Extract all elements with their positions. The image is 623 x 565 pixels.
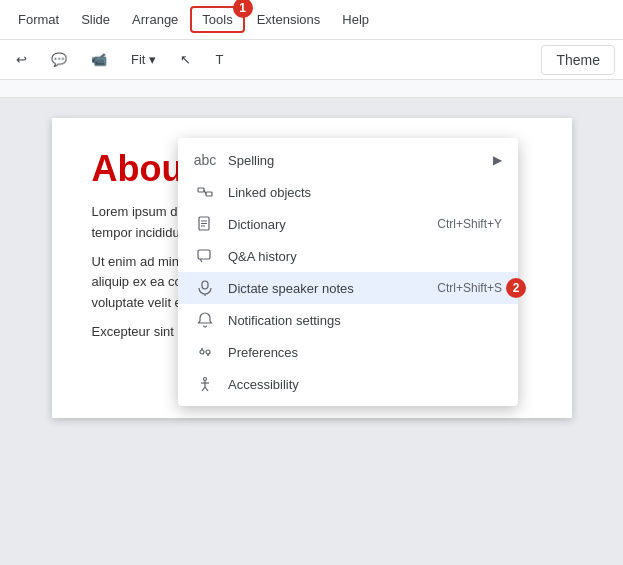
toolbar-history[interactable]: ↩ [8,48,35,71]
menu-preferences[interactable]: Preferences [178,336,518,368]
video-icon: 📹 [91,52,107,67]
svg-line-17 [202,387,205,391]
toolbar-theme[interactable]: Theme [541,45,615,75]
preferences-icon [194,344,216,360]
notification-icon [194,312,216,328]
comment-icon: 💬 [51,52,67,67]
menu-dictate-label: Dictate speaker notes [228,281,354,296]
fit-label: Fit [131,52,145,67]
menubar-tools[interactable]: Tools 1 [190,6,244,33]
svg-point-10 [200,350,204,354]
menubar-slide[interactable]: Slide [71,8,120,31]
qa-icon [194,248,216,264]
toolbar-comment[interactable]: 💬 [43,48,75,71]
menubar: Format Slide Arrange Tools 1 Extensions … [0,0,623,40]
linked-objects-icon [194,184,216,200]
dictionary-shortcut: Ctrl+Shift+Y [437,217,502,231]
dictionary-icon [194,216,216,232]
toolbar: ↩ 💬 📹 Fit ▾ ↖ T Theme [0,40,623,80]
menu-accessibility[interactable]: Accessibility [178,368,518,400]
svg-line-18 [205,387,208,391]
ruler [0,80,623,98]
menubar-arrange[interactable]: Arrange [122,8,188,31]
main-content: About Lorem ipsum dolor sit amet, consec… [0,98,623,565]
menu-notification[interactable]: Notification settings [178,304,518,336]
toolbar-cursor[interactable]: ↖ [172,48,199,71]
menubar-extensions[interactable]: Extensions [247,8,331,31]
toolbar-video[interactable]: 📹 [83,48,115,71]
menu-spelling-label: Spelling [228,153,274,168]
svg-point-11 [206,350,210,354]
menu-qa-label: Q&A history [228,249,297,264]
svg-rect-0 [198,188,204,192]
menu-dictate[interactable]: Dictate speaker notes Ctrl+Shift+S 2 [178,272,518,304]
menu-qa-history[interactable]: Q&A history [178,240,518,272]
spelling-icon: abc [194,152,216,168]
svg-rect-8 [202,281,208,289]
svg-point-14 [204,378,207,381]
menu-linked-objects[interactable]: Linked objects [178,176,518,208]
tools-dropdown: abc Spelling ▶ Linked objects [178,138,518,406]
toolbar-text[interactable]: T [207,48,231,71]
svg-rect-1 [206,192,212,196]
toolbar-fit[interactable]: Fit ▾ [123,48,164,71]
svg-rect-7 [198,250,210,259]
microphone-icon [194,280,216,296]
cursor-icon: ↖ [180,52,191,67]
dictate-badge: 2 [506,278,526,298]
accessibility-icon [194,376,216,392]
chevron-down-icon: ▾ [149,52,156,67]
history-icon: ↩ [16,52,27,67]
menubar-format[interactable]: Format [8,8,69,31]
text-icon: T [215,52,223,67]
menu-preferences-label: Preferences [228,345,298,360]
menu-notification-label: Notification settings [228,313,341,328]
menu-dictionary[interactable]: Dictionary Ctrl+Shift+Y [178,208,518,240]
dictate-shortcut: Ctrl+Shift+S [437,281,502,295]
tools-badge: 1 [233,0,253,18]
svg-point-12 [201,348,203,350]
menu-accessibility-label: Accessibility [228,377,299,392]
svg-point-13 [207,354,209,356]
menu-dictionary-label: Dictionary [228,217,286,232]
chevron-right-icon: ▶ [493,153,502,167]
menu-linked-objects-label: Linked objects [228,185,311,200]
menubar-help[interactable]: Help [332,8,379,31]
menu-spelling[interactable]: abc Spelling ▶ [178,144,518,176]
